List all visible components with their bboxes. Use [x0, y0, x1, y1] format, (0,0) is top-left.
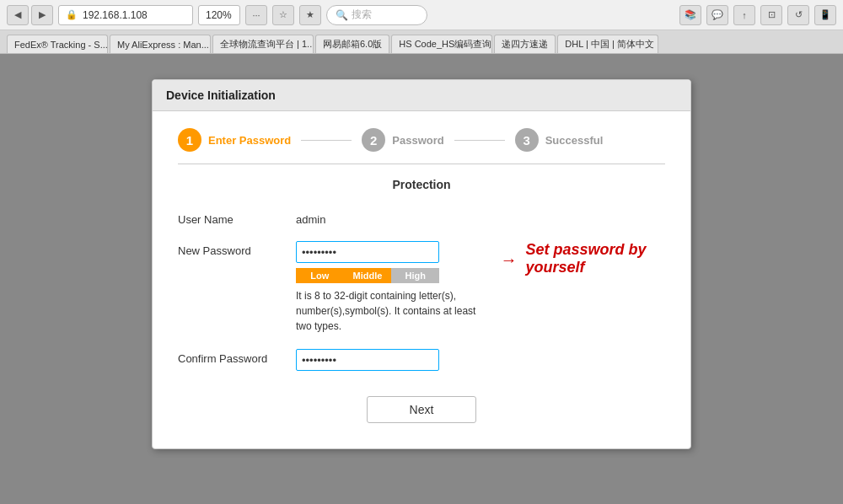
tab-sifang[interactable]: 递四方速递 — [494, 35, 556, 53]
arrow-right-icon: → — [501, 250, 518, 270]
browser-tabs: FedEx® Tracking - S... My AliExpress : M… — [0, 30, 843, 54]
device-initialization-dialog: Device Initialization 1 Enter Password 2… — [152, 79, 691, 449]
pocket-icon[interactable]: ☆ — [272, 5, 294, 25]
step-2: 2 Password — [362, 128, 443, 152]
strength-middle: Middle — [344, 268, 392, 283]
zoom-box[interactable]: 120% — [198, 5, 240, 25]
strength-high: High — [391, 268, 439, 283]
button-row: Next — [178, 396, 665, 423]
new-password-input[interactable] — [296, 241, 439, 263]
confirm-password-input[interactable] — [296, 349, 439, 371]
messages-icon[interactable]: 💬 — [706, 5, 728, 25]
share-icon[interactable]: ↑ — [733, 5, 755, 25]
dialog-title: Device Initialization — [153, 80, 690, 111]
tab-dhl[interactable]: DHL | 中国 | 简体中文 — [557, 35, 658, 53]
confirm-password-row: Confirm Password — [178, 349, 665, 371]
username-value: admin — [296, 210, 325, 226]
step-3-num: 3 — [515, 128, 539, 152]
tab-logistics[interactable]: 全球物流查询平台 | 1... — [212, 35, 314, 53]
search-bar[interactable]: 🔍 搜索 — [326, 5, 427, 25]
step-1-label: Enter Password — [208, 134, 291, 147]
section-title: Protection — [178, 178, 665, 191]
zoom-value: 120% — [206, 9, 232, 21]
step-3-label: Successful — [545, 134, 604, 147]
main-area: Device Initialization 1 Enter Password 2… — [0, 54, 843, 475]
bookmarks-panel-icon[interactable]: 📚 — [679, 5, 701, 25]
username-row: User Name admin — [178, 210, 665, 226]
new-password-label: New Password — [178, 241, 296, 257]
username-label: User Name — [178, 210, 296, 226]
search-placeholder: 搜索 — [352, 8, 372, 22]
strength-bar: Low Middle High — [296, 268, 439, 283]
step-sep-1 — [301, 140, 352, 141]
tab-aliexpress[interactable]: My AliExpress : Man... — [110, 35, 211, 53]
bookmark-icon[interactable]: ★ — [299, 5, 321, 25]
browser-bar: ◀ ▶ 🔒 192.168.1.108 120% ··· ☆ ★ 🔍 搜索 📚 … — [0, 0, 843, 30]
step-2-num: 2 — [362, 128, 385, 152]
tab-hscode[interactable]: HS Code_HS编码查询 — [391, 35, 492, 53]
more-button[interactable]: ··· — [245, 5, 267, 25]
step-1: 1 Enter Password — [178, 128, 291, 152]
window-icon[interactable]: ⊡ — [760, 5, 782, 25]
tab-fedex[interactable]: FedEx® Tracking - S... — [7, 35, 108, 53]
strength-hint: It is 8 to 32-digit containing letter(s)… — [296, 288, 482, 334]
step-sep-2 — [454, 140, 505, 141]
refresh-icon[interactable]: ↺ — [787, 5, 809, 25]
search-icon: 🔍 — [336, 9, 348, 21]
lock-icon: 🔒 — [66, 9, 78, 20]
confirm-password-label: Confirm Password — [178, 349, 296, 365]
dialog-body: 1 Enter Password 2 Password 3 Successful… — [153, 111, 690, 448]
step-2-label: Password — [392, 134, 443, 147]
address-bar[interactable]: 🔒 192.168.1.108 — [58, 5, 193, 25]
address-text: 192.168.1.108 — [83, 9, 148, 21]
step-3: 3 Successful — [515, 128, 604, 152]
new-password-row: New Password Low Middle High It is 8 to … — [178, 241, 665, 334]
forward-button[interactable]: ▶ — [31, 5, 53, 25]
nav-buttons: ◀ ▶ — [7, 5, 53, 25]
password-section: Low Middle High It is 8 to 32-digit cont… — [296, 241, 482, 334]
back-button[interactable]: ◀ — [7, 5, 29, 25]
tab-netease[interactable]: 网易邮箱6.0版 — [315, 35, 389, 53]
steps: 1 Enter Password 2 Password 3 Successful — [178, 128, 665, 164]
mobile-icon[interactable]: 📱 — [814, 5, 836, 25]
strength-low: Low — [296, 268, 344, 283]
arrow-label-group: → Set password by yourself — [501, 241, 665, 276]
set-password-label: Set password by yourself — [526, 241, 665, 276]
next-button[interactable]: Next — [367, 396, 477, 423]
step-1-num: 1 — [178, 128, 201, 152]
